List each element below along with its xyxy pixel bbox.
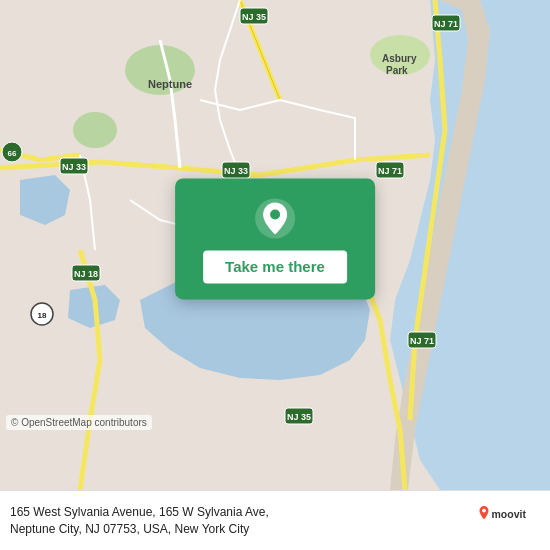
svg-text:Neptune: Neptune [148, 78, 192, 90]
map-container: Neptune Asbury Park NJ 35 NJ 71 NJ 33 NJ… [0, 0, 550, 490]
svg-text:18: 18 [38, 311, 47, 320]
svg-text:moovit: moovit [492, 508, 527, 520]
svg-text:NJ 71: NJ 71 [378, 166, 402, 176]
moovit-logo: moovit [478, 503, 538, 539]
svg-text:NJ 71: NJ 71 [410, 336, 434, 346]
svg-text:Asbury: Asbury [382, 53, 417, 64]
svg-text:Park: Park [386, 65, 408, 76]
navigation-card: Take me there [175, 178, 375, 299]
bottom-bar: 165 West Sylvania Avenue, 165 W Sylvania… [0, 490, 550, 550]
copyright-text: © OpenStreetMap contributors [6, 415, 152, 430]
location-pin-icon [253, 196, 297, 240]
svg-text:NJ 35: NJ 35 [287, 412, 311, 422]
svg-text:66: 66 [8, 149, 17, 158]
address-text: 165 West Sylvania Avenue, 165 W Sylvania… [10, 504, 468, 538]
svg-text:NJ 71: NJ 71 [434, 19, 458, 29]
svg-text:NJ 33: NJ 33 [62, 162, 86, 172]
svg-point-3 [73, 112, 117, 148]
svg-text:NJ 33: NJ 33 [224, 166, 248, 176]
moovit-logo-image: moovit [478, 503, 538, 539]
take-me-there-button[interactable]: Take me there [203, 250, 347, 283]
svg-point-43 [270, 209, 280, 219]
svg-point-44 [482, 508, 486, 512]
svg-text:NJ 35: NJ 35 [242, 12, 266, 22]
svg-text:NJ 18: NJ 18 [74, 269, 98, 279]
